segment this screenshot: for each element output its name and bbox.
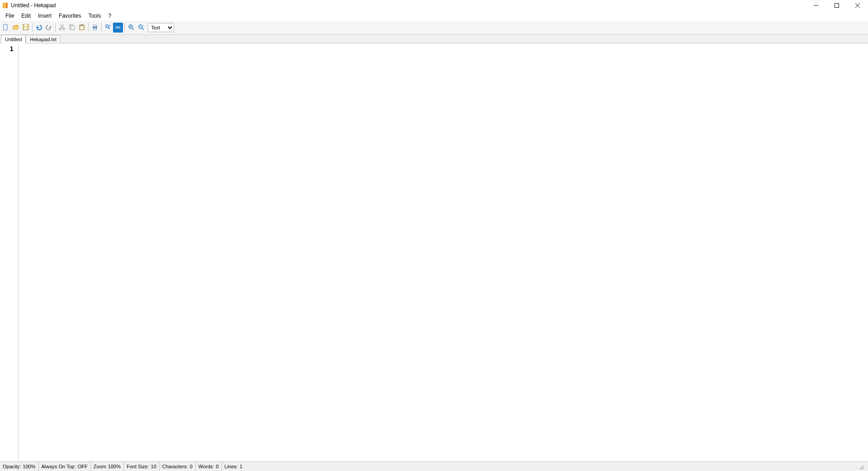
zoom-out-button[interactable]	[136, 23, 146, 33]
redo-button[interactable]	[44, 23, 54, 33]
print-icon	[91, 24, 99, 32]
open-folder-icon	[12, 24, 19, 32]
status-label: Opacity:	[3, 464, 21, 469]
svg-line-27	[132, 28, 134, 30]
open-file-button[interactable]	[11, 23, 21, 33]
status-value: OFF	[78, 464, 88, 469]
svg-text:GO: GO	[116, 26, 121, 29]
status-bar: Opacity: 100% Always On Top: OFF Zoom 10…	[0, 461, 868, 471]
app-icon	[2, 2, 9, 9]
copy-icon	[68, 24, 75, 32]
toolbar-separator	[32, 23, 33, 32]
toolbar-separator	[124, 23, 125, 32]
zoom-out-icon	[137, 24, 145, 32]
menu-file[interactable]: File	[2, 11, 18, 21]
cut-icon	[58, 24, 66, 32]
new-file-icon	[2, 24, 9, 32]
svg-rect-3	[835, 4, 839, 8]
status-label: Words:	[198, 464, 214, 469]
status-label: Font Size:	[127, 464, 149, 469]
app-window: Untitled - Hekapad File Edit Insert Favo…	[0, 0, 868, 471]
title-bar: Untitled - Hekapad	[0, 0, 868, 11]
goto-button[interactable]: GO	[113, 23, 123, 33]
undo-icon	[35, 24, 42, 32]
svg-rect-0	[3, 3, 5, 8]
document-tab-label: Hekapad.txt	[30, 37, 57, 42]
svg-rect-18	[80, 26, 83, 29]
status-font-size[interactable]: Font Size: 10	[124, 462, 160, 471]
document-tab[interactable]: Untitled	[1, 35, 26, 43]
line-number: 1	[0, 45, 18, 53]
status-label: Zoom	[94, 464, 106, 469]
svg-point-34	[861, 468, 862, 469]
zoom-in-button[interactable]	[126, 23, 136, 33]
svg-rect-9	[24, 28, 28, 29]
line-number-gutter: 1	[0, 43, 19, 461]
svg-point-38	[863, 466, 863, 466]
undo-button[interactable]	[34, 23, 44, 33]
status-characters: Characters: 0	[160, 462, 196, 471]
svg-line-31	[142, 28, 144, 30]
redo-icon	[45, 24, 52, 32]
copy-button[interactable]	[67, 23, 77, 33]
svg-point-35	[863, 467, 863, 468]
window-title: Untitled - Hekapad	[11, 2, 56, 9]
svg-rect-6	[4, 24, 7, 30]
svg-rect-1	[5, 3, 8, 8]
paste-icon	[78, 24, 85, 32]
svg-rect-17	[81, 24, 83, 26]
save-button[interactable]	[21, 23, 31, 33]
status-label: Lines:	[225, 464, 238, 469]
menu-bar: File Edit Insert Favorites Tools ?	[0, 11, 868, 21]
svg-rect-21	[94, 28, 96, 30]
resize-grip-icon[interactable]	[857, 463, 864, 470]
close-button[interactable]	[847, 0, 868, 11]
find-replace-button[interactable]	[103, 23, 113, 33]
svg-rect-8	[24, 24, 27, 26]
status-opacity[interactable]: Opacity: 100%	[0, 462, 39, 471]
document-tab[interactable]: Hekapad.txt	[26, 35, 61, 43]
status-label: Characters:	[162, 464, 188, 469]
document-tab-label: Untitled	[5, 37, 22, 42]
new-file-button[interactable]	[1, 23, 11, 33]
toolbar-separator	[101, 23, 102, 32]
cut-button[interactable]	[57, 23, 67, 33]
menu-insert[interactable]: Insert	[34, 11, 55, 21]
document-tab-bar: Untitled Hekapad.txt	[0, 35, 868, 43]
syntax-select[interactable]: Text	[148, 23, 174, 32]
status-value: 1	[240, 464, 242, 469]
status-words: Words: 0	[196, 462, 222, 471]
status-value: 0	[190, 464, 193, 469]
toolbar: GO Text	[0, 21, 868, 35]
status-value: 100%	[23, 464, 35, 469]
menu-help[interactable]: ?	[104, 11, 115, 21]
status-value: 10	[151, 464, 156, 469]
svg-line-12	[61, 24, 64, 29]
menu-tools[interactable]: Tools	[85, 11, 104, 21]
minimize-button[interactable]	[806, 0, 826, 11]
editor-area: 1	[0, 43, 868, 461]
svg-rect-20	[94, 25, 96, 27]
status-always-on-top[interactable]: Always On Top: OFF	[39, 462, 91, 471]
toolbar-separator	[55, 23, 56, 32]
print-button[interactable]	[90, 23, 100, 33]
toolbar-separator	[88, 23, 89, 32]
zoom-in-icon	[127, 24, 135, 32]
find-replace-icon	[104, 24, 112, 32]
save-icon	[22, 24, 29, 32]
svg-line-13	[60, 24, 63, 29]
menu-edit[interactable]: Edit	[18, 11, 34, 21]
status-zoom[interactable]: Zoom 100%	[91, 462, 124, 471]
paste-button[interactable]	[77, 23, 87, 33]
svg-point-36	[860, 468, 861, 469]
status-lines: Lines: 1	[222, 462, 868, 471]
svg-line-23	[108, 27, 110, 29]
svg-point-37	[861, 467, 862, 468]
status-value: 0	[216, 464, 218, 469]
svg-rect-15	[71, 26, 74, 30]
goto-icon: GO	[114, 24, 122, 32]
maximize-button[interactable]	[826, 0, 847, 11]
menu-favorites[interactable]: Favorites	[55, 11, 85, 21]
status-value: 100%	[108, 464, 121, 469]
text-editor[interactable]	[19, 43, 868, 461]
